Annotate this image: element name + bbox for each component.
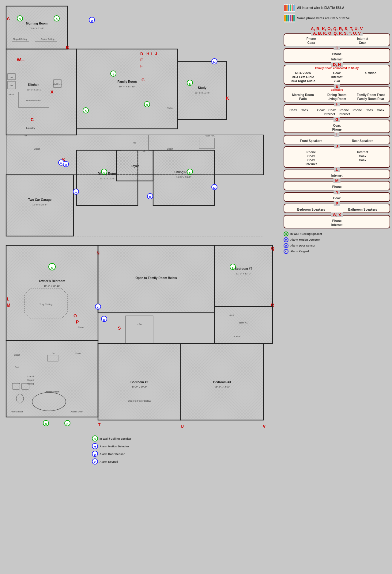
legend-item: Phone (287, 151, 336, 154)
legend-item: Living Room (321, 97, 353, 101)
svg-text:11'-3" x 11'-0": 11'-3" x 11'-0" (236, 272, 251, 275)
svg-text:C: C (31, 117, 34, 122)
svg-text:15'-4" x 11'-8": 15'-4" x 11'-8" (29, 27, 44, 30)
legend-panel: 1 2 3 4 5 6 All internet wire is EIA/TIA… (282, 0, 392, 574)
legend-title-f: F (334, 102, 340, 106)
legend-item (354, 79, 387, 83)
legend-item: Bedroom Speakers (287, 208, 336, 211)
svg-rect-64 (6, 245, 98, 340)
legend-title-j: J (334, 144, 340, 148)
svg-rect-88 (6, 340, 98, 417)
svg-text:B: B (66, 45, 69, 50)
legend-title-g: G (334, 117, 340, 122)
legend-item: Morning Room (287, 93, 319, 97)
svg-text:Ref: Ref (10, 85, 13, 86)
legend-item: Bathroom Speakers (338, 208, 387, 211)
wire-info: 1 2 3 4 5 6 All internet wire is EIA/TIA… (284, 2, 390, 24)
legend-item: Coax (287, 155, 336, 158)
svg-text:Gourmet Island: Gourmet Island (26, 99, 41, 101)
svg-text:G: G (141, 78, 145, 82)
svg-text:Dining Room: Dining Room (98, 172, 117, 175)
legend-section-p: P Bedroom Speakers Bathroom Speakers (284, 204, 390, 213)
svg-text:Open to Family Room Below: Open to Family Room Below (135, 276, 177, 280)
svg-rect-188 (293, 15, 295, 21)
svg-text:11'-6" x 15'-6": 11'-6" x 15'-6" (100, 177, 115, 180)
svg-text:Bedroom #3: Bedroom #3 (213, 381, 231, 384)
legend-subtitle-e: Speakers (287, 88, 387, 91)
svg-text:11'-6" x 12'-0": 11'-6" x 12'-0" (214, 386, 229, 388)
legend-item: Dining Room (321, 93, 353, 97)
svg-text:Din: Din (52, 352, 55, 354)
speaker-icon: S (284, 232, 288, 236)
svg-text:Up: Up (134, 142, 136, 144)
legend-section-e: E Speakers Morning Room Dining Room Fami… (284, 86, 390, 102)
svg-rect-173 (290, 5, 291, 11)
svg-text:11'-3" x 13'-6": 11'-3" x 13'-6" (176, 176, 191, 178)
legend-item: S Video (354, 71, 387, 75)
svg-text:Bedroom #4: Bedroom #4 (235, 267, 252, 270)
legend-item: Phone (352, 109, 362, 112)
svg-text:Closet: Closet (78, 326, 84, 328)
svg-text:S: S (189, 82, 191, 85)
legend-subtitle-dh: Family Room connected to Study (287, 67, 387, 70)
svg-text:Niche: Niche (167, 107, 173, 109)
legend-item: Internet (338, 151, 387, 154)
svg-text:V: V (263, 424, 266, 429)
svg-text:Tray Ceiling: Tray Ceiling (40, 303, 52, 306)
legend-item: Internet (321, 75, 353, 79)
svg-text:K: K (97, 306, 99, 309)
svg-rect-76 (214, 245, 273, 307)
svg-text:5: 5 (292, 4, 293, 5)
legend-item: Patio (287, 97, 319, 101)
svg-text:Access Door: Access Door (70, 411, 83, 413)
legend-section-n: N Coax (284, 192, 390, 202)
legend-item (354, 75, 387, 79)
svg-text:Dn: Dn (143, 150, 145, 152)
svg-text:Closet: Closet (14, 354, 20, 356)
svg-rect-171 (286, 5, 288, 11)
key-door-label: Alarm Door Sensor (290, 244, 315, 247)
svg-text:11'-3" x 12'-8": 11'-3" x 12'-8" (194, 91, 209, 94)
legend-section-c: C Phone Internet (284, 48, 390, 63)
legend-title-n: N (334, 190, 340, 194)
svg-text:O: O (74, 313, 77, 318)
legend-item: Phone (332, 219, 342, 223)
legend-item: Coax (317, 109, 325, 112)
svg-text:DW: DW (10, 76, 13, 78)
svg-text:S: S (232, 266, 234, 269)
svg-text:4: 4 (290, 4, 291, 5)
svg-text:S: S (118, 326, 121, 331)
svg-text:M: M (94, 446, 96, 449)
svg-text:3: 3 (288, 4, 289, 5)
legend-item: Coax (287, 41, 336, 44)
legend-title-dh: D, H (331, 62, 343, 67)
svg-text:S: S (45, 423, 47, 426)
legend-section-f: F Coax Coax x Coax Coax Phone Phone Coax… (284, 104, 390, 118)
legend-item: RCA Video (287, 71, 319, 75)
legend-item: Coax (301, 109, 308, 112)
legend-item: Internet (287, 163, 336, 166)
svg-text:D: D (94, 453, 96, 456)
svg-rect-31 (178, 61, 227, 120)
svg-rect-174 (292, 5, 293, 11)
svg-text:Alarm Keypad: Alarm Keypad (100, 460, 118, 463)
svg-text:1: 1 (285, 4, 285, 5)
legend-item: Rear Speakers (338, 139, 387, 143)
key-keypad: K Alarm Keypad (284, 249, 390, 254)
svg-text:Line of: Line of (27, 375, 34, 377)
svg-text:Foyer: Foyer (130, 164, 139, 168)
svg-text:S: S (85, 110, 87, 113)
wire-info-text2: Some phone wires are Cat 5 / Cat 5e (297, 16, 350, 21)
svg-text:Ceiling: Ceiling (27, 383, 34, 385)
legend-title-l: L (334, 167, 340, 172)
legend-section-m: M Phone (284, 181, 390, 190)
svg-text:19'-0" x 15'-1: 19'-0" x 15'-1 (27, 88, 41, 91)
svg-text:19'-8" x 20'-6": 19'-8" x 20'-6" (32, 203, 47, 206)
svg-text:Access Door: Access Door (11, 411, 23, 413)
svg-text:S: S (56, 18, 58, 21)
legend-item: Coax (333, 124, 341, 127)
svg-text:W: W (17, 57, 21, 62)
svg-text:Sloped: Sloped (27, 379, 34, 381)
legend-title-wx: W, X (331, 212, 343, 217)
svg-rect-186 (290, 15, 291, 21)
